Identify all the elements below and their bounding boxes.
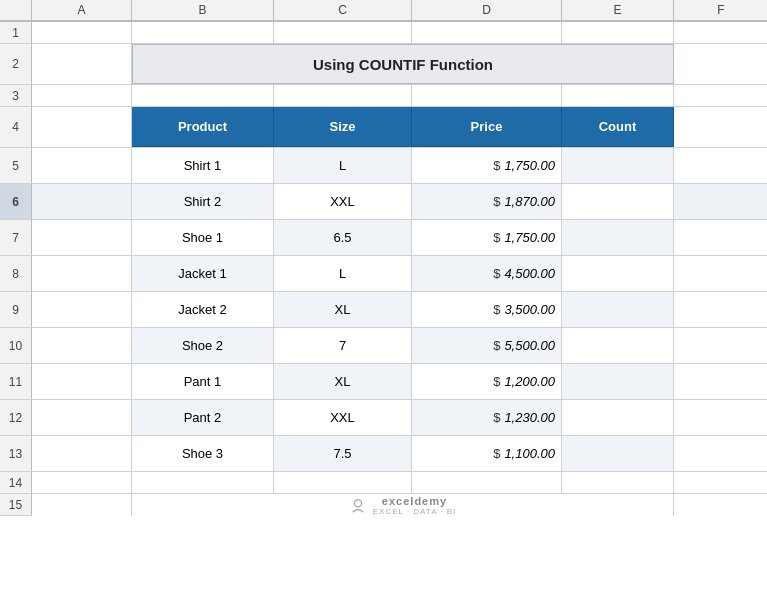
row-num-2[interactable]: 2 [0, 44, 32, 85]
cell-a5[interactable] [32, 148, 132, 183]
row-num-5[interactable]: 5 [0, 148, 32, 184]
row-num-6[interactable]: 6 [0, 184, 32, 220]
cell-price-5[interactable]: $ 5,500.00 [412, 328, 562, 363]
cell-f7[interactable] [674, 220, 767, 255]
cell-f3[interactable] [674, 85, 767, 106]
col-header-b[interactable]: B [132, 0, 274, 21]
cell-price-2[interactable]: $ 1,750.00 [412, 220, 562, 255]
cell-f9[interactable] [674, 292, 767, 327]
cell-f11[interactable] [674, 364, 767, 399]
cell-size-5[interactable]: 7 [274, 328, 412, 363]
cell-a9[interactable] [32, 292, 132, 327]
row-num-7[interactable]: 7 [0, 220, 32, 256]
spreadsheet-title[interactable]: Using COUNTIF Function [132, 44, 674, 84]
cell-f4[interactable] [674, 107, 767, 147]
row-num-1[interactable]: 1 [0, 22, 32, 44]
col-header-d[interactable]: D [412, 0, 562, 21]
cell-price-7[interactable]: $ 1,230.00 [412, 400, 562, 435]
cell-a4[interactable] [32, 107, 132, 147]
cell-d3[interactable] [412, 85, 562, 106]
row-num-3[interactable]: 3 [0, 85, 32, 107]
cell-price-1[interactable]: $ 1,870.00 [412, 184, 562, 219]
cell-a2[interactable] [32, 44, 132, 84]
cell-d1[interactable] [412, 22, 562, 43]
cell-f6[interactable] [674, 184, 767, 219]
cell-f12[interactable] [674, 400, 767, 435]
cell-a10[interactable] [32, 328, 132, 363]
cell-d14[interactable] [412, 472, 562, 493]
cell-product-5[interactable]: Shoe 2 [132, 328, 274, 363]
row-num-10[interactable]: 10 [0, 328, 32, 364]
cell-product-0[interactable]: Shirt 1 [132, 148, 274, 183]
cell-b1[interactable] [132, 22, 274, 43]
cell-c14[interactable] [274, 472, 412, 493]
cell-size-6[interactable]: XL [274, 364, 412, 399]
row-num-13[interactable]: 13 [0, 436, 32, 472]
cell-size-7[interactable]: XXL [274, 400, 412, 435]
cell-price-6[interactable]: $ 1,200.00 [412, 364, 562, 399]
cell-product-8[interactable]: Shoe 3 [132, 436, 274, 471]
row-num-12[interactable]: 12 [0, 400, 32, 436]
col-header-e[interactable]: E [562, 0, 674, 21]
cell-f1[interactable] [674, 22, 767, 43]
cell-price-8[interactable]: $ 1,100.00 [412, 436, 562, 471]
cell-count-2[interactable] [562, 220, 674, 255]
cell-count-4[interactable] [562, 292, 674, 327]
cell-product-7[interactable]: Pant 2 [132, 400, 274, 435]
cell-f14[interactable] [674, 472, 767, 493]
cell-product-6[interactable]: Pant 1 [132, 364, 274, 399]
row-num-11[interactable]: 11 [0, 364, 32, 400]
cell-price-4[interactable]: $ 3,500.00 [412, 292, 562, 327]
cell-b14[interactable] [132, 472, 274, 493]
cell-c3[interactable] [274, 85, 412, 106]
cell-a14[interactable] [32, 472, 132, 493]
cell-count-1[interactable] [562, 184, 674, 219]
cell-count-8[interactable] [562, 436, 674, 471]
cell-size-2[interactable]: 6.5 [274, 220, 412, 255]
cell-count-0[interactable] [562, 148, 674, 183]
cell-a11[interactable] [32, 364, 132, 399]
cell-e14[interactable] [562, 472, 674, 493]
cell-price-0[interactable]: $ 1,750.00 [412, 148, 562, 183]
row-num-8[interactable]: 8 [0, 256, 32, 292]
cell-f15[interactable] [674, 494, 767, 516]
cell-f8[interactable] [674, 256, 767, 291]
cell-size-4[interactable]: XL [274, 292, 412, 327]
cell-f10[interactable] [674, 328, 767, 363]
cell-f2[interactable] [674, 44, 767, 84]
cell-size-8[interactable]: 7.5 [274, 436, 412, 471]
cell-product-2[interactable]: Shoe 1 [132, 220, 274, 255]
cell-price-3[interactable]: $ 4,500.00 [412, 256, 562, 291]
col-header-c[interactable]: C [274, 0, 412, 21]
cell-product-1[interactable]: Shirt 2 [132, 184, 274, 219]
cell-a7[interactable] [32, 220, 132, 255]
cell-product-3[interactable]: Jacket 1 [132, 256, 274, 291]
cell-f5[interactable] [674, 148, 767, 183]
row-num-9[interactable]: 9 [0, 292, 32, 328]
cell-a1[interactable] [32, 22, 132, 43]
col-header-f[interactable]: F [674, 0, 767, 21]
cell-a12[interactable] [32, 400, 132, 435]
cell-b3[interactable] [132, 85, 274, 106]
cell-count-6[interactable] [562, 364, 674, 399]
cell-f13[interactable] [674, 436, 767, 471]
cell-count-3[interactable] [562, 256, 674, 291]
cell-e3[interactable] [562, 85, 674, 106]
cell-size-0[interactable]: L [274, 148, 412, 183]
cell-size-1[interactable]: XXL [274, 184, 412, 219]
cell-count-5[interactable] [562, 328, 674, 363]
cell-product-4[interactable]: Jacket 2 [132, 292, 274, 327]
cell-a3[interactable] [32, 85, 132, 106]
cell-size-3[interactable]: L [274, 256, 412, 291]
cell-c1[interactable] [274, 22, 412, 43]
cell-a6[interactable] [32, 184, 132, 219]
cell-a8[interactable] [32, 256, 132, 291]
row-num-15[interactable]: 15 [0, 494, 32, 516]
col-header-a[interactable]: A [32, 0, 132, 21]
row-num-4[interactable]: 4 [0, 107, 32, 148]
cell-e1[interactable] [562, 22, 674, 43]
cell-a13[interactable] [32, 436, 132, 471]
row-num-14[interactable]: 14 [0, 472, 32, 494]
cell-count-7[interactable] [562, 400, 674, 435]
cell-a15[interactable] [32, 494, 132, 516]
